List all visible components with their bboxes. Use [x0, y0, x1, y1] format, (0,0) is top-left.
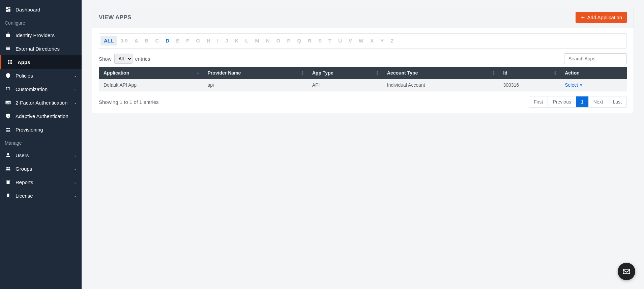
alpha-filter-j[interactable]: J: [222, 36, 231, 46]
chevron-down-icon: ⌄: [74, 87, 77, 91]
sort-icon: ▲▼: [376, 70, 379, 76]
svg-rect-3: [6, 10, 8, 12]
sidebar-item-label: Adaptive Authentication: [16, 113, 68, 119]
chevron-down-icon: ⌄: [74, 194, 77, 198]
alpha-filter-v[interactable]: V: [345, 36, 355, 46]
svg-point-23: [7, 153, 9, 155]
alpha-filter-p[interactable]: P: [284, 36, 294, 46]
svg-rect-6: [6, 49, 10, 50]
cell-id: 300316: [498, 79, 560, 91]
alpha-filter-0-9[interactable]: 0-9: [117, 36, 131, 46]
search-apps-input[interactable]: [564, 53, 627, 64]
alpha-filter-u[interactable]: U: [335, 36, 345, 46]
alpha-filter-b[interactable]: B: [142, 36, 152, 46]
svg-rect-7: [8, 60, 9, 61]
svg-rect-10: [8, 62, 9, 63]
svg-point-28: [7, 194, 9, 196]
page-last[interactable]: Last: [608, 96, 626, 107]
alpha-filter-k[interactable]: K: [231, 36, 242, 46]
cell-application: Default API App: [99, 79, 203, 91]
svg-rect-13: [8, 63, 9, 64]
alpha-filter-l[interactable]: L: [242, 36, 252, 46]
chat-fab[interactable]: [618, 263, 635, 280]
alpha-filter-g[interactable]: G: [193, 36, 203, 46]
sidebar-item-label: 2-Factor Authentication: [16, 100, 67, 106]
sidebar-item-label: Users: [16, 152, 29, 158]
alpha-filter-w[interactable]: W: [355, 36, 367, 46]
sidebar-item-label: Groups: [16, 166, 32, 172]
dashboard-icon: [5, 6, 11, 13]
sidebar-item-groups[interactable]: Groups ⌄: [0, 162, 82, 175]
directory-icon: [5, 45, 11, 52]
alpha-filter-s[interactable]: S: [315, 36, 325, 46]
sidebar-item-users[interactable]: Users ⌄: [0, 148, 82, 162]
sidebar-item-apps[interactable]: Apps: [0, 55, 82, 69]
sidebar-item-reports[interactable]: Reports ⌄: [0, 175, 82, 189]
page-prev[interactable]: Previous: [548, 96, 576, 107]
col-apptype[interactable]: App Type▲▼: [308, 67, 382, 79]
sidebar-item-label: Reports: [16, 179, 33, 185]
alpha-filter-h[interactable]: H: [203, 36, 214, 46]
action-select-dropdown[interactable]: Select ▼: [565, 82, 583, 88]
sidebar: Dashboard Configure Identity Providers E…: [0, 0, 82, 289]
svg-point-22: [8, 128, 10, 129]
cell-action: Select ▼: [560, 79, 627, 91]
alpha-filter-f[interactable]: F: [183, 36, 193, 46]
svg-rect-16: [6, 87, 7, 88]
sidebar-item-label: License: [16, 193, 33, 199]
page-first[interactable]: First: [529, 96, 548, 107]
pagination: First Previous 1 Next Last: [529, 96, 627, 108]
sidebar-item-policies[interactable]: Policies ⌄: [0, 69, 82, 82]
reports-icon: [5, 179, 11, 185]
col-account[interactable]: Account Type▲▼: [382, 67, 499, 79]
show-entries-control: Show All entries: [99, 54, 150, 64]
sort-icon: ▲▼: [492, 70, 495, 76]
alpha-filter-i[interactable]: I: [214, 36, 222, 46]
license-icon: [5, 192, 11, 199]
main-content: VIEW APPS Add Application ALL0-9ABCDEFGH…: [82, 0, 644, 289]
chevron-down-icon: ⌄: [74, 167, 77, 171]
alpha-filter-n[interactable]: N: [263, 36, 273, 46]
alpha-filter-o[interactable]: O: [273, 36, 284, 46]
show-label-suffix: entries: [135, 56, 150, 62]
table-info: Showing 1 to 1 of 1 entries: [99, 99, 159, 105]
alpha-filter-all[interactable]: ALL: [100, 36, 117, 46]
alpha-filter-r[interactable]: R: [304, 36, 315, 46]
col-application[interactable]: Application▲: [99, 67, 203, 79]
alpha-filter-y[interactable]: Y: [377, 36, 387, 46]
alpha-filter-d[interactable]: D: [162, 36, 173, 46]
alpha-filter-t[interactable]: T: [325, 36, 335, 46]
alpha-filter-m[interactable]: M: [252, 36, 263, 46]
sidebar-item-provisioning[interactable]: Provisioning: [0, 123, 82, 136]
sidebar-item-license[interactable]: License ⌄: [0, 189, 82, 202]
alpha-filter-a[interactable]: A: [131, 36, 142, 46]
policy-icon: [5, 72, 11, 79]
sort-icon: ▲▼: [554, 70, 557, 76]
sidebar-item-identity-providers[interactable]: Identity Providers: [0, 28, 82, 42]
sidebar-item-adaptive-auth[interactable]: Adaptive Authentication: [0, 109, 82, 123]
sidebar-item-external-directories[interactable]: External Directories: [0, 42, 82, 55]
sidebar-item-dashboard[interactable]: Dashboard: [0, 3, 82, 16]
col-provider[interactable]: Provider Name▲▼: [203, 67, 307, 79]
sidebar-section-manage: Manage: [0, 136, 82, 148]
col-id[interactable]: Id▲▼: [498, 67, 560, 79]
entries-select[interactable]: All: [114, 54, 133, 64]
sidebar-section-configure: Configure: [0, 16, 82, 28]
svg-rect-12: [11, 62, 12, 63]
page-next[interactable]: Next: [589, 96, 608, 107]
sidebar-item-customization[interactable]: Customization ⌄: [0, 82, 82, 96]
sort-icon: ▲▼: [301, 70, 304, 76]
page-current[interactable]: 1: [576, 96, 589, 107]
sidebar-item-2fa[interactable]: 123 2-Factor Authentication ⌄: [0, 96, 82, 109]
alpha-filter-c[interactable]: C: [152, 36, 163, 46]
add-application-button[interactable]: Add Application: [576, 12, 627, 23]
sidebar-item-label: Policies: [16, 73, 33, 79]
alpha-filter-x[interactable]: X: [367, 36, 377, 46]
svg-rect-5: [6, 48, 10, 49]
svg-rect-1: [8, 7, 10, 8]
sort-icon: ▲: [197, 71, 200, 74]
alpha-filter-q[interactable]: Q: [294, 36, 305, 46]
apps-panel: VIEW APPS Add Application ALL0-9ABCDEFGH…: [92, 7, 634, 113]
alpha-filter-z[interactable]: Z: [387, 36, 397, 46]
alpha-filter-e[interactable]: E: [173, 36, 183, 46]
